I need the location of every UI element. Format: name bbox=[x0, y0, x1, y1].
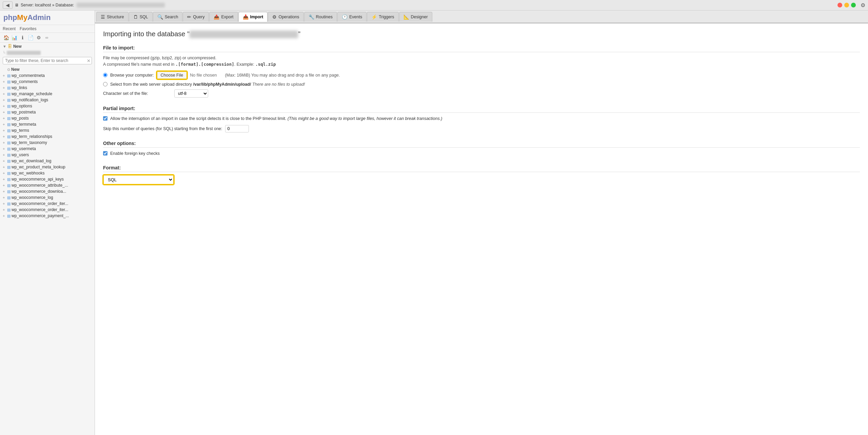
page-title: Importing into the database " " bbox=[103, 30, 860, 38]
tree-item-wp_term_relationships[interactable]: + ▤ wp_term_relationships bbox=[0, 133, 95, 140]
file-import-desc: File may be compressed (gzip, bzip2, zip… bbox=[103, 55, 860, 68]
titlebar-text: Server: localhost » Database: bbox=[21, 3, 165, 7]
tab-sql[interactable]: 🗒 SQL bbox=[129, 12, 153, 22]
partial-import-title: Partial import: bbox=[103, 106, 860, 113]
sidebar-new-db[interactable]: ▼ 🗄 New bbox=[0, 43, 95, 50]
tree-item-wp_term_taxonomy[interactable]: + ▤ wp_term_taxonomy bbox=[0, 140, 95, 146]
table-icon: ▤ bbox=[7, 128, 11, 133]
tree-item-wp_woocommerce_api_keys[interactable]: + ▤ wp_woocommerce_api_keys bbox=[0, 176, 95, 182]
table-icon: ▤ bbox=[7, 165, 11, 169]
sidebar-icons-bar: 🏠 📊 ℹ 📄 ⚙ ∞ bbox=[0, 33, 95, 43]
tab-triggers[interactable]: ⚡ Triggers bbox=[367, 12, 398, 22]
tree-item-wp_postmeta[interactable]: + ▤ wp_postmeta bbox=[0, 109, 95, 115]
tree-item-wp_wc_webhooks[interactable]: + ▤ wp_wc_webhooks bbox=[0, 170, 95, 176]
table-icon: ▤ bbox=[7, 183, 11, 188]
table-icon: ▤ bbox=[7, 171, 11, 175]
table-icon: ▤ bbox=[7, 122, 11, 127]
skip-queries-input[interactable]: 0 bbox=[225, 125, 249, 132]
interrupt-checkbox[interactable] bbox=[103, 116, 107, 121]
doc-icon[interactable]: 📄 bbox=[27, 34, 34, 41]
recent-link[interactable]: Recent bbox=[3, 26, 16, 31]
other-options-section: Other options: Enable foreign key checks bbox=[103, 141, 860, 157]
charset-select[interactable]: utf-8 utf-16 latin1 ascii bbox=[174, 89, 208, 98]
sidebar-filter-clear-btn[interactable]: ✕ bbox=[87, 58, 91, 63]
format-section: Format: SQL CSV CSV using LOAD DATA JSON… bbox=[103, 165, 860, 185]
tree-item-new[interactable]: ⊙ New bbox=[0, 66, 95, 72]
tree-item-wp_notification_logs[interactable]: + ▤ wp_notification_logs bbox=[0, 97, 95, 103]
tab-operations[interactable]: ⚙ Operations bbox=[268, 12, 303, 22]
sidebar-filter-input[interactable] bbox=[3, 57, 92, 64]
tree-item-wp_links[interactable]: + ▤ wp_links bbox=[0, 85, 95, 91]
table-icon: ▤ bbox=[7, 189, 11, 194]
table-icon: ▤ bbox=[7, 80, 11, 84]
tab-routines[interactable]: 🔧 Routines bbox=[304, 12, 337, 22]
table-icon: ▤ bbox=[7, 104, 11, 108]
window-max-btn[interactable] bbox=[851, 3, 856, 7]
table-icon: ▤ bbox=[7, 134, 11, 139]
choose-file-button[interactable]: Choose File bbox=[157, 71, 188, 79]
tab-query[interactable]: ✏ Query bbox=[183, 12, 209, 22]
browse-radio[interactable] bbox=[103, 73, 107, 77]
tree-item-wp_users[interactable]: + ▤ wp_users bbox=[0, 152, 95, 158]
partial-import-section: Partial import: Allow the interruption o… bbox=[103, 106, 860, 133]
tree-item-wp_woocommerce_order_iter2[interactable]: + ▤ wp_woocommerce_order_iter... bbox=[0, 207, 95, 213]
link-icon[interactable]: ∞ bbox=[43, 34, 50, 41]
routines-icon: 🔧 bbox=[309, 14, 314, 20]
tree-item-wp_commentmeta[interactable]: + ▤ wp_commentmeta bbox=[0, 72, 95, 79]
tab-bar: ☰ Structure 🗒 SQL 🔍 Search ✏ Query 📤 Exp… bbox=[95, 11, 868, 23]
db-icon[interactable]: 📊 bbox=[11, 34, 18, 41]
table-icon: ▤ bbox=[7, 147, 11, 151]
titlebar: ◀ 🖥 Server: localhost » Database: ⚙ bbox=[0, 0, 868, 11]
titlebar-icon: 🖥 bbox=[15, 3, 19, 7]
tab-events[interactable]: 🕐 Events bbox=[337, 12, 367, 22]
server-upload-radio-row: Select from the web server upload direct… bbox=[103, 82, 860, 87]
sidebar-header: phpMyAdmin bbox=[0, 11, 95, 25]
gear-icon[interactable]: ⚙ bbox=[35, 34, 42, 41]
export-icon: 📤 bbox=[214, 14, 219, 20]
sidebar-filter: ✕ bbox=[3, 57, 92, 64]
tree-item-wp_woocommerce_payment[interactable]: + ▤ wp_woocommerce_payment_... bbox=[0, 213, 95, 219]
tree-item-wp_options[interactable]: + ▤ wp_options bbox=[0, 103, 95, 109]
tree-item-wp_terms[interactable]: + ▤ wp_terms bbox=[0, 127, 95, 133]
window-close-btn[interactable] bbox=[837, 3, 842, 7]
tree-item-wp_woocommerce_order_iter1[interactable]: + ▤ wp_woocommerce_order_iter... bbox=[0, 201, 95, 207]
tree-item-wp_comments[interactable]: + ▤ wp_comments bbox=[0, 79, 95, 85]
sidebar: phpMyAdmin Recent Favorites 🏠 📊 ℹ 📄 ⚙ ∞ … bbox=[0, 11, 95, 435]
tab-export[interactable]: 📤 Export bbox=[209, 12, 238, 22]
tree-item-wp_woocommerce_download[interactable]: + ▤ wp_woocommerce_downloa... bbox=[0, 188, 95, 194]
format-select[interactable]: SQL CSV CSV using LOAD DATA JSON Mediawi… bbox=[103, 175, 174, 185]
table-icon: ▤ bbox=[7, 74, 11, 78]
foreign-key-checkbox[interactable] bbox=[103, 151, 107, 156]
tab-designer[interactable]: 📐 Designer bbox=[399, 12, 432, 22]
tree-item-wp_woocommerce_attribute[interactable]: + ▤ wp_woocommerce_attribute_... bbox=[0, 182, 95, 188]
tab-search[interactable]: 🔍 Search bbox=[153, 12, 183, 22]
server-upload-radio[interactable] bbox=[103, 82, 107, 86]
tab-import[interactable]: 📥 Import bbox=[238, 12, 268, 22]
partial-import-checkbox-row: Allow the interruption of an import in c… bbox=[103, 116, 860, 122]
favorites-link[interactable]: Favorites bbox=[20, 26, 36, 31]
back-button[interactable]: ◀ bbox=[3, 1, 13, 9]
server-upload-label: Select from the web server upload direct… bbox=[110, 82, 305, 87]
events-icon: 🕐 bbox=[342, 14, 348, 20]
tree-item-wp_wc_product_meta_lookup[interactable]: + ▤ wp_wc_product_meta_lookup bbox=[0, 164, 95, 170]
logo: phpMyAdmin bbox=[3, 13, 51, 22]
info-icon[interactable]: ℹ bbox=[19, 34, 26, 41]
sidebar-new-label: New bbox=[13, 44, 92, 49]
tree-item-wp_termmeta[interactable]: + ▤ wp_termmeta bbox=[0, 121, 95, 127]
table-icon: ▤ bbox=[7, 98, 11, 102]
tree-item-wp_posts[interactable]: + ▤ wp_posts bbox=[0, 115, 95, 121]
charset-row: Character set of the file: utf-8 utf-16 … bbox=[103, 89, 860, 98]
settings-icon[interactable]: ⚙ bbox=[861, 2, 865, 8]
max-size-label: (Max: 16MiB) You may also drag and drop … bbox=[225, 73, 340, 78]
tree-item-wp_manage_schedule[interactable]: + ▤ wp_manage_schedule bbox=[0, 91, 95, 97]
table-icon: ▤ bbox=[7, 214, 11, 218]
logo-admin: Admin bbox=[27, 13, 51, 22]
table-icon: ▤ bbox=[7, 202, 11, 206]
tree-item-wp_wc_download_log[interactable]: + ▤ wp_wc_download_log bbox=[0, 158, 95, 164]
tree-item-wp_woocommerce_log[interactable]: + ▤ wp_woocommerce_log bbox=[0, 194, 95, 201]
browse-radio-row: Browse your computer: Choose File No fil… bbox=[103, 71, 860, 79]
tree-item-wp_usermeta[interactable]: + ▤ wp_usermeta bbox=[0, 146, 95, 152]
tab-structure[interactable]: ☰ Structure bbox=[96, 12, 129, 22]
home-icon[interactable]: 🏠 bbox=[3, 34, 9, 41]
window-min-btn[interactable] bbox=[844, 3, 849, 7]
